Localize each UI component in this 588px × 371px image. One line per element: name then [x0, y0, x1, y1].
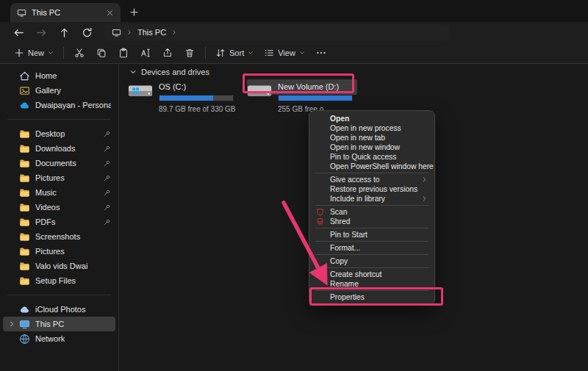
- sidebar-item-icloud-photos[interactable]: iCloud Photos: [3, 302, 115, 317]
- more-options-button[interactable]: [316, 48, 326, 58]
- sidebar-item-label: Screenshots: [35, 232, 111, 241]
- pin-icon: [103, 174, 111, 182]
- sidebar-item-gallery[interactable]: Gallery: [3, 83, 115, 98]
- chevron-right-icon[interactable]: [8, 320, 15, 328]
- up-button[interactable]: [59, 27, 70, 38]
- sidebar-item-label: Documents: [35, 159, 98, 168]
- menu-item-open-powershell-window-here[interactable]: Open PowerShell window here: [309, 162, 434, 171]
- icloud-icon: [19, 304, 30, 315]
- drive-tile-os-c[interactable]: OS (C:)89.7 GB free of 330 GB: [128, 79, 238, 113]
- menu-item-format[interactable]: Format...: [309, 243, 434, 253]
- menu-item-label: Open in new window: [330, 143, 428, 151]
- sidebar-item-videos[interactable]: Videos: [3, 200, 115, 215]
- folder-icon: [19, 261, 30, 272]
- sidebar-item-label: Music: [35, 188, 98, 197]
- copy-button[interactable]: [96, 48, 107, 58]
- drive-name: New Volume (D:): [278, 79, 357, 94]
- share-button[interactable]: [162, 48, 173, 58]
- sidebar-item-documents[interactable]: Documents: [3, 156, 115, 170]
- menu-item-label: Open in new tab: [330, 134, 428, 142]
- sidebar-item-label: Dwaipayan - Personal: [35, 101, 111, 109]
- sidebar-item-pdfs[interactable]: PDFs: [3, 215, 115, 229]
- forward-button[interactable]: [36, 27, 47, 38]
- sidebar-item-desktop[interactable]: Desktop: [3, 126, 115, 141]
- sidebar-item-pictures[interactable]: Pictures: [3, 244, 115, 259]
- sidebar-item-valo-vids-dwai[interactable]: Valo vids Dwai: [3, 259, 115, 273]
- shield-icon: [316, 208, 324, 216]
- sidebar-item-downloads[interactable]: Downloads: [3, 141, 115, 156]
- menu-item-label: Open PowerShell window here: [330, 162, 434, 170]
- menu-separator: [315, 173, 429, 173]
- sidebar-item-pictures[interactable]: Pictures: [3, 170, 115, 185]
- chevron-down-icon: [48, 50, 54, 56]
- sidebar-item-network[interactable]: Network: [3, 331, 115, 346]
- drive-usage-bar: [159, 95, 234, 101]
- sidebar-item-this-pc[interactable]: This PC: [3, 317, 115, 331]
- drive-usage-bar: [278, 95, 353, 101]
- menu-item-properties[interactable]: Properties: [309, 292, 434, 302]
- menu-item-include-in-library[interactable]: Include in library: [309, 194, 434, 203]
- menu-item-copy[interactable]: Copy: [309, 256, 434, 266]
- tab-close-icon[interactable]: [106, 9, 114, 17]
- shred-icon: [316, 217, 324, 226]
- menu-separator: [315, 241, 429, 242]
- devices-section-header[interactable]: Devices and drives: [129, 67, 588, 76]
- address-bar[interactable]: This PC: [104, 24, 450, 40]
- drive-name: OS (C:): [159, 79, 238, 94]
- menu-item-label: Open: [330, 115, 428, 123]
- back-button[interactable]: [13, 27, 24, 38]
- menu-item-pin-to-start[interactable]: Pin to Start: [309, 230, 434, 239]
- new-button[interactable]: New: [9, 46, 59, 60]
- view-icon: [264, 48, 274, 58]
- tab-title: This PC: [32, 8, 101, 17]
- sort-button[interactable]: Sort: [210, 46, 259, 60]
- menu-item-rename[interactable]: Rename: [309, 279, 434, 289]
- menu-item-open[interactable]: Open: [309, 114, 434, 123]
- sidebar-item-setup-files[interactable]: Setup Files: [3, 273, 115, 288]
- breadcrumb-this-pc[interactable]: This PC: [137, 28, 166, 37]
- navigation-bar: This PC: [0, 22, 588, 43]
- menu-separator: [315, 267, 429, 268]
- sidebar-item-label: Valo vids Dwai: [35, 262, 111, 270]
- menu-item-label: Restore previous versions: [330, 185, 428, 193]
- view-button[interactable]: View: [259, 46, 310, 60]
- sidebar-item-label: Videos: [35, 203, 98, 212]
- sidebar-item-label: Gallery: [35, 86, 111, 95]
- menu-item-restore-previous-versions[interactable]: Restore previous versions: [309, 184, 434, 194]
- menu-item-label: Rename: [330, 280, 428, 288]
- menu-item-open-in-new-window[interactable]: Open in new window: [309, 143, 434, 152]
- folder-icon: [19, 129, 30, 140]
- sidebar-item-label: Home: [35, 71, 111, 80]
- sidebar-item-music[interactable]: Music: [3, 185, 115, 200]
- menu-item-create-shortcut[interactable]: Create shortcut: [309, 270, 434, 279]
- home-icon: [19, 71, 30, 82]
- drive-icon: [247, 80, 272, 101]
- window-body: HomeGalleryDwaipayan - PersonalDesktopDo…: [0, 64, 588, 371]
- sidebar-item-screenshots[interactable]: Screenshots: [3, 229, 115, 244]
- menu-item-pin-to-quick-access[interactable]: Pin to Quick access: [309, 152, 434, 162]
- sidebar-item-dwaipayan-personal[interactable]: Dwaipayan - Personal: [3, 98, 115, 112]
- view-button-label: View: [278, 48, 295, 57]
- paste-button[interactable]: [118, 48, 129, 58]
- delete-button[interactable]: [184, 48, 195, 58]
- menu-item-open-in-new-process[interactable]: Open in new process: [309, 123, 434, 133]
- new-tab-button[interactable]: [129, 7, 139, 17]
- menu-item-give-access-to[interactable]: Give access to: [309, 175, 434, 184]
- collapse-chevron-icon[interactable]: [129, 68, 137, 76]
- sidebar-item-home[interactable]: Home: [3, 68, 115, 83]
- refresh-button[interactable]: [82, 27, 93, 38]
- sidebar-item-label: Pictures: [35, 173, 98, 182]
- folder-icon: [19, 275, 30, 287]
- gallery-icon: [19, 85, 30, 96]
- menu-item-scan[interactable]: Scan: [309, 207, 434, 217]
- rename-button[interactable]: [140, 48, 151, 58]
- menu-item-label: Open in new process: [330, 124, 428, 132]
- cut-button[interactable]: [74, 48, 85, 58]
- tab-this-pc[interactable]: This PC: [10, 3, 121, 22]
- menu-item-label: Properties: [330, 293, 428, 301]
- menu-item-shred[interactable]: Shred: [309, 217, 434, 226]
- folder-icon: [19, 246, 30, 257]
- drive-tile-new-volume-d[interactable]: New Volume (D:)255 GB free o: [247, 79, 357, 113]
- menu-item-open-in-new-tab[interactable]: Open in new tab: [309, 133, 434, 143]
- onedrive-icon: [19, 100, 30, 111]
